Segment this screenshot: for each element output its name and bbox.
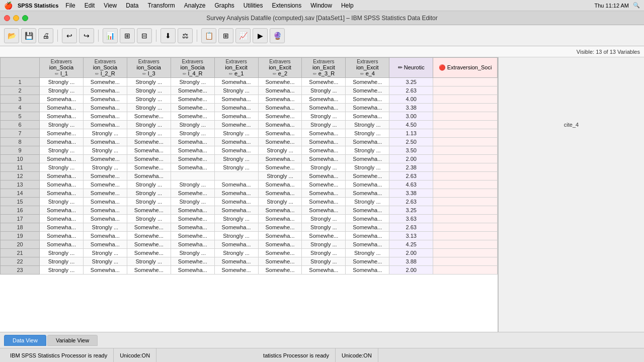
col-header-2[interactable]: Extravers ion_Socia ✏ l_2_R	[83, 58, 127, 78]
cell-6[interactable]: Somewhe...	[258, 249, 302, 257]
cell-3[interactable]: Strongly ...	[127, 121, 171, 129]
cell-1[interactable]: Somewhe...	[40, 129, 84, 138]
cell-7[interactable]: Strongly ...	[302, 121, 346, 129]
cell-6[interactable]: Somewha...	[258, 86, 302, 95]
cell-7[interactable]: Strongly ...	[302, 240, 346, 249]
table-row[interactable]: 7Somewhe...Strongly ...Strongly ...Stron…	[1, 129, 498, 138]
col-header-6[interactable]: Extravers ion_Excit ✏ e_2	[258, 58, 302, 78]
table-row[interactable]: 19Somewha...Somewha...Somewhe...Somewhe.…	[1, 232, 498, 240]
table-row[interactable]: 3Somewha...Somewha...Strongly ...Somewhe…	[1, 95, 498, 104]
menu-analyze[interactable]: Analyze	[180, 1, 210, 10]
cell-4[interactable]: Somewha...	[171, 146, 214, 155]
cell-extraversion[interactable]	[433, 78, 498, 86]
cell-2[interactable]: Somewhe...	[83, 189, 127, 198]
save-btn[interactable]: 💾	[21, 28, 36, 43]
cell-neurotic[interactable]: 3.38	[389, 189, 433, 198]
menu-utilities[interactable]: Utilities	[239, 1, 267, 10]
cell-8[interactable]: Somewha...	[346, 232, 389, 240]
cell-extraversion[interactable]	[433, 198, 498, 206]
cell-neurotic[interactable]: 3.25	[389, 206, 433, 215]
cell-1[interactable]: Somewha...	[40, 180, 84, 189]
table-row[interactable]: 22Strongly ...Strongly ...Strongly ...So…	[1, 257, 498, 266]
table-row[interactable]: 14Somewha...Somewhe...Strongly ...Somewh…	[1, 189, 498, 198]
cell-extraversion[interactable]	[433, 163, 498, 172]
cell-extraversion[interactable]	[433, 180, 498, 189]
cell-7[interactable]: Strongly ...	[302, 86, 346, 95]
cell-6[interactable]: Somewha...	[258, 129, 302, 138]
cell-3[interactable]: Strongly ...	[127, 78, 171, 86]
cell-6[interactable]: Strongly ...	[258, 198, 302, 206]
cell-extraversion[interactable]	[433, 215, 498, 223]
cell-7[interactable]: Strongly ...	[302, 112, 346, 121]
cell-8[interactable]: Somewhe...	[346, 78, 389, 86]
cell-3[interactable]: Somewhe...	[127, 206, 171, 215]
cell-1[interactable]: Somewha...	[40, 138, 84, 146]
cell-5[interactable]: Somewha...	[214, 198, 258, 206]
table-row[interactable]: 23Strongly ...Somewha...Somewhe...Somewh…	[1, 266, 498, 275]
cell-7[interactable]: Somewhe...	[302, 180, 346, 189]
cell-5[interactable]: Strongly ...	[214, 215, 258, 223]
cell-6[interactable]: Somewha...	[258, 155, 302, 163]
cell-1[interactable]: Somewha...	[40, 95, 84, 104]
cell-4[interactable]: Somewha...	[171, 223, 214, 232]
cell-7[interactable]: Somewhe...	[302, 78, 346, 86]
table-row[interactable]: 20Somewha...Somewha...Somewhe...Somewha.…	[1, 240, 498, 249]
cell-6[interactable]: Somewha...	[258, 180, 302, 189]
cell-4[interactable]: Strongly ...	[171, 78, 214, 86]
cell-1[interactable]: Somewha...	[40, 206, 84, 215]
cell-8[interactable]: Strongly ...	[346, 198, 389, 206]
close-button[interactable]	[4, 15, 10, 21]
cell-1[interactable]: Somewha...	[40, 155, 84, 163]
cell-8[interactable]: Somewha...	[346, 112, 389, 121]
cell-extraversion[interactable]	[433, 104, 498, 112]
cell-6[interactable]: Strongly ...	[258, 146, 302, 155]
cell-3[interactable]: Strongly ...	[127, 129, 171, 138]
tab-data-view[interactable]: Data View	[4, 335, 46, 346]
cell-neurotic[interactable]: 2.63	[389, 198, 433, 206]
cell-8[interactable]: Somewha...	[346, 223, 389, 232]
cell-2[interactable]: Somewhe...	[83, 180, 127, 189]
col-header-neurotic[interactable]: ✏ Neurotic	[389, 58, 433, 78]
cell-2[interactable]: Strongly ...	[83, 163, 127, 172]
table-row[interactable]: 12Somewha...Somewhe...Somewha...Strongly…	[1, 172, 498, 180]
col-header-4[interactable]: Extravers ion_Socia ✏ l_4_R	[171, 58, 214, 78]
cell-3[interactable]: Strongly ...	[127, 215, 171, 223]
cell-extraversion[interactable]	[433, 155, 498, 163]
cell-neurotic[interactable]: 2.63	[389, 86, 433, 95]
cell-2[interactable]: Somewha...	[83, 266, 127, 275]
cell-5[interactable]: Somewha...	[214, 240, 258, 249]
col-header-1[interactable]: Extravers ion_Socia ✏ l_1	[40, 58, 84, 78]
cell-7[interactable]: Strongly ...	[302, 249, 346, 257]
menu-view[interactable]: View	[100, 1, 121, 10]
cell-4[interactable]: Somewhe...	[171, 215, 214, 223]
cell-5[interactable]: Strongly ...	[214, 163, 258, 172]
table-scroll[interactable]: Extravers ion_Socia ✏ l_1 Extravers ion_…	[0, 57, 498, 332]
cell-4[interactable]: Somewhe...	[171, 95, 214, 104]
cell-extraversion[interactable]	[433, 172, 498, 180]
cell-neurotic[interactable]: 4.63	[389, 180, 433, 189]
open-btn[interactable]: 📂	[4, 28, 19, 43]
cell-2[interactable]: Somewha...	[83, 95, 127, 104]
cell-3[interactable]: Strongly ...	[127, 198, 171, 206]
table-row[interactable]: 10Somewha...Somewhe...Somewhe...Somewhe.…	[1, 155, 498, 163]
col-header-extraversion[interactable]: 🔴 Extraversion_Soci	[433, 58, 498, 78]
cell-8[interactable]: Somewha...	[346, 180, 389, 189]
cell-2[interactable]: Somewha...	[83, 206, 127, 215]
cell-6[interactable]: Somewha...	[258, 189, 302, 198]
weight-btn[interactable]: ⚖	[178, 28, 193, 43]
cell-neurotic[interactable]: 3.25	[389, 78, 433, 86]
table-row[interactable]: 4Somewha...Somewha...Strongly ...Somewhe…	[1, 104, 498, 112]
cell-4[interactable]: Somewhe...	[171, 257, 214, 266]
cell-5[interactable]: Somewha...	[214, 95, 258, 104]
cell-6[interactable]: Somewhe...	[258, 78, 302, 86]
cell-8[interactable]: Somewha...	[346, 95, 389, 104]
cell-extraversion[interactable]	[433, 257, 498, 266]
cell-neurotic[interactable]: 3.50	[389, 146, 433, 155]
cell-3[interactable]: Strongly ...	[127, 180, 171, 189]
cell-5[interactable]: Somewha...	[214, 206, 258, 215]
cell-4[interactable]: Somewha...	[171, 206, 214, 215]
cell-1[interactable]: Somewha...	[40, 172, 84, 180]
cell-5[interactable]: Somewha...	[214, 180, 258, 189]
cell-7[interactable]: Somewha...	[302, 146, 346, 155]
cell-neurotic[interactable]: 4.25	[389, 240, 433, 249]
